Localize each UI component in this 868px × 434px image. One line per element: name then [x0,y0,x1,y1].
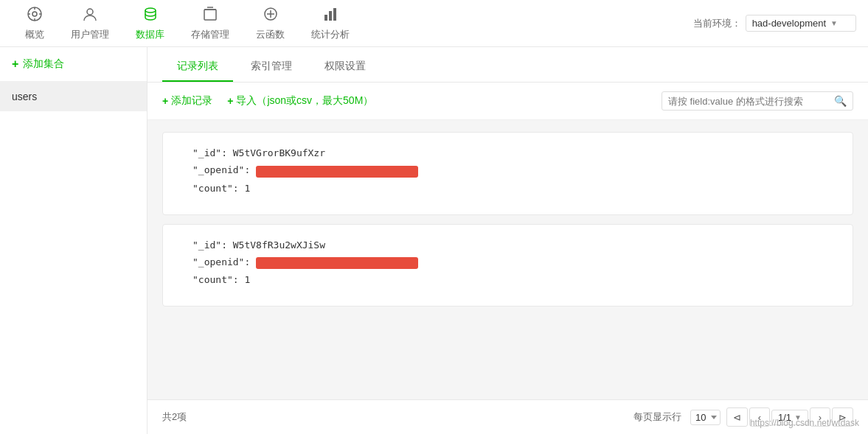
overview-icon [27,6,43,27]
record-1-id-field: "_id": W5tVGrorBK9ufXzr [192,147,823,158]
nav-user-mgmt-label: 用户管理 [71,28,109,41]
record-2-openid-field: "_openid": [192,256,823,269]
sidebar-item-users-label: users [12,91,37,102]
record-2-openid-redacted [256,257,418,269]
record-1-openid-key: "_openid": [192,164,250,175]
storage-icon [202,6,218,27]
record-1-openid-field: "_openid": [192,164,823,177]
record-2-count-value: 1 [244,274,250,285]
page-current: 1/1 ▼ [771,410,808,425]
search-box[interactable]: 🔍 [662,91,853,111]
nav-cloud-fn[interactable]: 云函数 [243,0,298,47]
nav-stats[interactable]: 统计分析 [298,0,363,47]
import-plus-icon: + [227,95,233,107]
cloud-fn-icon [263,6,279,27]
tab-record-list[interactable]: 记录列表 [162,51,233,82]
plus-icon: + [12,57,18,71]
nav-storage[interactable]: 存储管理 [178,0,243,47]
env-value-text: had-development [752,18,826,29]
records-area: "_id": W5tVGrorBK9ufXzr "_openid": "coun… [147,120,868,399]
database-icon [142,6,159,27]
record-1-id-key: "_id": [192,147,227,158]
add-collection-label: 添加集合 [23,57,64,71]
per-page-label: 每页显示行 [633,410,681,424]
record-card-2: "_id": W5tV8fR3u2wXJiSw "_openid": "coun… [162,224,853,307]
record-2-id-field: "_id": W5tV8fR3u2wXJiSw [192,239,823,251]
record-1-count-value: 1 [244,183,250,194]
top-nav: 概览 用户管理 数据库 存储管理 [0,0,868,47]
toolbar: + 添加记录 + 导入（json或csv，最大50M） 🔍 [147,83,868,120]
nav-cloud-fn-label: 云函数 [256,28,285,41]
add-record-label: 添加记录 [171,94,212,108]
svg-rect-8 [204,10,216,20]
record-2-openid-key: "_openid": [192,256,250,267]
tabs-bar: 记录列表 索引管理 权限设置 [147,47,868,83]
record-1-id-value: W5tVGrorBK9ufXzr [233,147,325,158]
tab-permission[interactable]: 权限设置 [310,51,381,82]
svg-rect-13 [329,11,332,21]
page-first-button[interactable]: ⊲ [726,407,748,427]
main-layout: + 添加集合 users 记录列表 索引管理 权限设置 + 添加记录 [0,47,868,434]
add-collection-button[interactable]: + 添加集合 [0,47,147,82]
page-current-value: 1/1 [778,412,791,423]
nav-storage-label: 存储管理 [191,28,229,41]
user-icon [82,6,98,27]
svg-rect-12 [324,15,327,21]
add-record-plus-icon: + [162,95,168,107]
svg-point-7 [145,8,156,13]
tab-permission-label: 权限设置 [324,60,366,71]
import-button[interactable]: + 导入（json或csv，最大50M） [227,94,373,108]
pagination-right: 每页显示行 10 20 50 ⊲ ‹ 1/1 ▼ › ⊳ [633,407,853,427]
page-prev-button[interactable]: ‹ [749,407,770,427]
record-2-count-key: "count": [192,274,239,285]
env-selector: 当前环境： had-development ▼ [693,15,856,32]
import-label: 导入（json或csv，最大50M） [236,94,373,108]
page-last-button[interactable]: ⊳ [832,407,853,427]
main-content: 记录列表 索引管理 权限设置 + 添加记录 + 导入（json或csv，最大50… [147,47,868,434]
page-nav: ⊲ ‹ 1/1 ▼ › ⊳ [726,407,853,427]
tab-index-mgmt-label: 索引管理 [251,60,292,71]
record-2-id-key: "_id": [192,239,227,251]
env-dropdown[interactable]: had-development ▼ [746,15,856,32]
env-label: 当前环境： [693,17,741,30]
page-next-button[interactable]: › [810,407,830,427]
record-card-1: "_id": W5tVGrorBK9ufXzr "_openid": "coun… [162,132,853,215]
svg-point-6 [87,9,93,15]
search-input[interactable] [668,96,831,107]
tab-index-mgmt[interactable]: 索引管理 [236,51,307,82]
nav-overview[interactable]: 概览 [12,0,58,47]
total-count: 共2项 [162,410,187,424]
nav-database-label: 数据库 [136,28,164,41]
sidebar: + 添加集合 users [0,47,147,434]
sidebar-item-users[interactable]: users [0,82,147,111]
nav-overview-label: 概览 [25,28,44,41]
page-chevron-icon: ▼ [794,413,802,421]
pagination-bar: 共2项 每页显示行 10 20 50 ⊲ ‹ 1/1 ▼ › ⊳ [147,399,868,434]
record-2-count-field: "count": 1 [192,274,823,285]
record-1-count-key: "count": [192,183,239,194]
nav-database[interactable]: 数据库 [122,0,178,47]
record-1-count-field: "count": 1 [192,183,823,194]
search-icon[interactable]: 🔍 [834,95,847,107]
tab-record-list-label: 记录列表 [177,60,218,71]
stats-icon [322,6,338,27]
nav-stats-label: 统计分析 [311,28,350,41]
chevron-down-icon: ▼ [830,19,838,27]
add-record-button[interactable]: + 添加记录 [162,94,212,108]
svg-rect-14 [333,8,336,21]
record-2-id-value: W5tV8fR3u2wXJiSw [233,239,325,251]
nav-user-mgmt[interactable]: 用户管理 [58,0,122,47]
record-1-openid-redacted [256,166,418,178]
per-page-select[interactable]: 10 20 50 [690,410,721,425]
svg-point-1 [32,12,37,16]
